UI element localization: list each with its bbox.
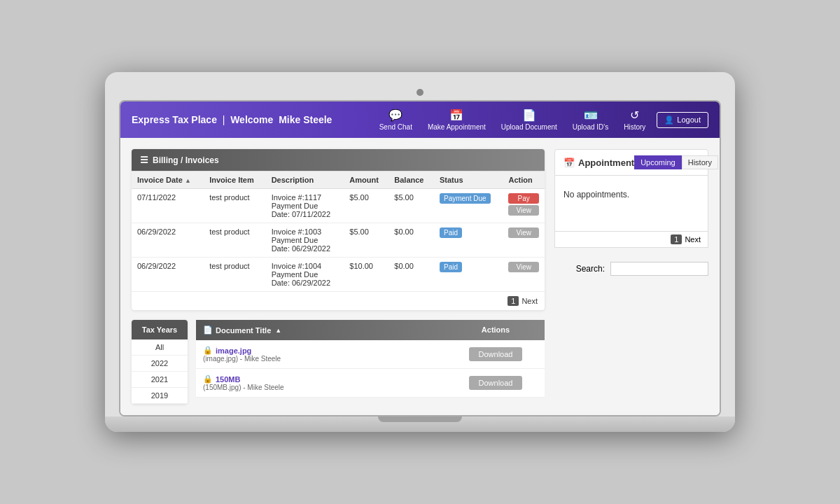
user-icon: 👤: [664, 115, 674, 125]
appointment-tabs: Upcoming History: [634, 155, 718, 169]
appointment-card: 📅 Appointment Upcoming History: [554, 149, 708, 248]
document-row: 🔒 image.jpg (image.jpg) - Mike Steele Do…: [196, 340, 545, 369]
laptop-shell: Express Tax Place | Welcome Mike Steele …: [105, 72, 735, 432]
cell-description: Invoice #:1117Payment DueDate: 07/11/202…: [266, 189, 344, 223]
nav-upload-label: Upload Document: [501, 123, 557, 131]
nav-upload-ids[interactable]: 🪪 Upload ID's: [568, 106, 612, 134]
cell-amount: $10.00: [344, 258, 388, 292]
nav-chat-label: Send Chat: [379, 123, 412, 131]
document-row: 🔒 150MB (150MB.jpg) - Mike Steele Downlo…: [196, 369, 545, 398]
appt-next[interactable]: Next: [685, 235, 701, 244]
cell-balance: $0.00: [388, 258, 434, 292]
view-button[interactable]: View: [508, 262, 539, 272]
documents-card: 📄 Document Title ▲ Actions 🔒 image.jpg: [196, 320, 545, 404]
search-input[interactable]: [610, 262, 708, 276]
doc-row-actions: Download: [447, 376, 545, 390]
doc-name: 150MB: [216, 375, 240, 384]
history-nav-icon: ↺: [630, 108, 639, 122]
pay-button[interactable]: Pay: [508, 193, 539, 204]
tax-years-title: Tax Years: [142, 326, 177, 334]
cell-action: View: [503, 223, 545, 258]
nav-history[interactable]: ↺ History: [620, 106, 650, 134]
cell-amount: $5.00: [344, 189, 388, 223]
appointment-body: No appointments.: [554, 176, 708, 232]
doc-col-title-header: 📄 Document Title ▲: [196, 320, 447, 340]
appt-page-num[interactable]: 1: [671, 234, 682, 244]
billing-page-num[interactable]: 1: [507, 296, 519, 306]
download-button[interactable]: Download: [469, 347, 523, 361]
cell-balance: $5.00: [388, 189, 434, 223]
nav-make-appointment[interactable]: 📅 Make Appointment: [424, 106, 490, 134]
col-action: Action: [503, 172, 545, 189]
cell-date: 06/29/2022: [132, 223, 204, 258]
billing-icon: ☰: [140, 155, 148, 165]
billing-card: ☰ Billing / Invoices Invoice Date ▲ Invo…: [132, 149, 545, 310]
billing-next[interactable]: Next: [522, 297, 538, 305]
tax-year-item[interactable]: 2022: [132, 356, 188, 372]
tax-year-item[interactable]: 2021: [132, 372, 188, 388]
cell-item: test product: [204, 189, 265, 223]
documents-list: 🔒 image.jpg (image.jpg) - Mike Steele Do…: [196, 340, 545, 398]
tab-upcoming[interactable]: Upcoming: [634, 155, 682, 169]
cell-date: 06/29/2022: [132, 258, 204, 292]
laptop-base: [105, 416, 735, 432]
doc-row-title: 🔒 150MB (150MB.jpg) - Mike Steele: [196, 374, 447, 391]
tab-history-label: History: [688, 158, 712, 167]
view-button[interactable]: View: [508, 227, 539, 238]
main-content: ☰ Billing / Invoices Invoice Date ▲ Invo…: [120, 138, 720, 415]
tax-year-item[interactable]: All: [132, 340, 188, 356]
cell-status: Paid: [434, 258, 503, 292]
top-header: Express Tax Place | Welcome Mike Steele …: [120, 102, 720, 138]
appointment-header: 📅 Appointment Upcoming History: [554, 149, 708, 176]
appointment-title: 📅 Appointment: [564, 158, 634, 168]
tax-year-item[interactable]: 2019: [132, 388, 188, 404]
logout-button[interactable]: 👤 Logout: [657, 112, 708, 128]
cell-status: Paid: [434, 223, 503, 258]
doc-name: image.jpg: [216, 346, 251, 355]
download-button[interactable]: Download: [469, 376, 523, 390]
cell-date: 07/11/2022: [132, 189, 204, 223]
col-invoice-date: Invoice Date ▲: [132, 172, 204, 189]
tax-years-header: Tax Years: [132, 320, 188, 340]
header-nav: 💬 Send Chat 📅 Make Appointment 📄 Upload …: [375, 106, 708, 134]
cell-item: test product: [204, 223, 265, 258]
billing-table: Invoice Date ▲ Invoice Item Description …: [132, 171, 545, 292]
status-badge-paid: Paid: [440, 227, 462, 238]
chat-icon: 💬: [388, 108, 402, 122]
nav-upload-document[interactable]: 📄 Upload Document: [497, 106, 561, 134]
cell-item: test product: [204, 258, 265, 292]
appointment-nav-icon: 📅: [449, 108, 463, 122]
col-balance: Balance: [388, 172, 434, 189]
doc-col-actions-header: Actions: [447, 320, 545, 340]
status-badge-payment-due: Payment Due: [440, 193, 491, 204]
upload-doc-icon: 📄: [522, 108, 536, 122]
cell-action: PayView: [503, 189, 545, 223]
nav-send-chat[interactable]: 💬 Send Chat: [375, 106, 416, 134]
tab-history[interactable]: History: [682, 155, 718, 169]
brand-name: Express Tax Place: [132, 114, 217, 125]
sort-arrow-date: ▲: [185, 177, 191, 184]
appointment-title-text: Appointment: [578, 158, 634, 168]
nav-ids-label: Upload ID's: [573, 123, 608, 131]
table-row: 06/29/2022 test product Invoice #:1004Pa…: [132, 258, 545, 292]
doc-lock-icon: 🔒: [203, 374, 213, 384]
table-header-row: Invoice Date ▲ Invoice Item Description …: [132, 172, 545, 189]
search-label: Search:: [576, 264, 605, 274]
logout-label: Logout: [677, 115, 701, 124]
doc-lock-icon: 🔒: [203, 346, 213, 355]
view-button[interactable]: View: [508, 205, 539, 216]
appointment-pagination: 1 Next: [554, 232, 708, 248]
doc-subtitle: (150MB.jpg) - Mike Steele: [203, 384, 440, 391]
tax-years-card: Tax Years All202220212019: [132, 320, 188, 404]
welcome-text: Welcome: [230, 114, 273, 125]
doc-file-icon: 📄: [203, 326, 213, 335]
doc-row-title: 🔒 image.jpg (image.jpg) - Mike Steele: [196, 346, 447, 363]
billing-header: ☰ Billing / Invoices: [132, 149, 545, 171]
col-invoice-item: Invoice Item: [204, 172, 265, 189]
cell-amount: $5.00: [344, 223, 388, 258]
search-area: Search:: [554, 258, 708, 280]
nav-history-label: History: [624, 123, 645, 131]
billing-title: Billing / Invoices: [153, 155, 219, 165]
appointment-cal-icon: 📅: [564, 158, 575, 168]
documents-title: Document Title: [216, 326, 271, 335]
